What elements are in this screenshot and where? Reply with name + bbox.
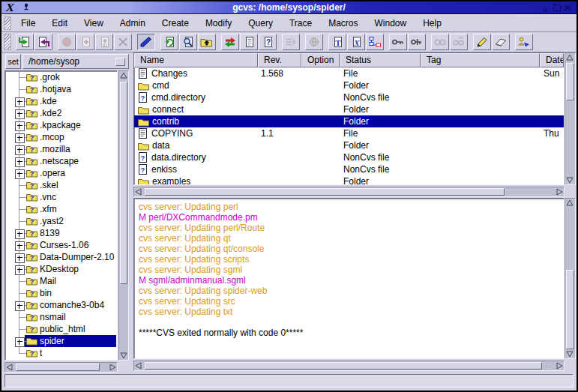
tree-item--skel[interactable]: ?.skel bbox=[5, 179, 117, 191]
tree-expander-plus-icon[interactable] bbox=[15, 337, 25, 347]
add-button[interactable] bbox=[76, 34, 94, 50]
tree-item-public-html[interactable]: ?public_html bbox=[5, 323, 117, 335]
tree-expander-plus-icon[interactable] bbox=[15, 169, 25, 179]
tree-hscrollbar-thumb[interactable] bbox=[16, 364, 100, 371]
graph-button[interactable] bbox=[366, 34, 384, 50]
scroll-up-icon[interactable] bbox=[565, 199, 574, 208]
tree-item--kde[interactable]: ?.kde bbox=[5, 95, 117, 107]
tree-item-mail[interactable]: ?Mail bbox=[5, 275, 117, 287]
console-vscrollbar[interactable] bbox=[565, 198, 576, 359]
remove-button[interactable] bbox=[114, 34, 132, 50]
scroll-up-icon[interactable] bbox=[565, 53, 574, 62]
tree-expander-plus-icon[interactable] bbox=[15, 301, 25, 311]
file-list-vscrollbar-thumb[interactable] bbox=[566, 63, 574, 100]
menu-item-query[interactable]: Query bbox=[240, 16, 281, 31]
tree-item-comanche3-0b4[interactable]: ?comanche3-0b4 bbox=[5, 299, 117, 311]
menu-item-trace[interactable]: Trace bbox=[281, 16, 320, 31]
column-header-tag[interactable]: Tag bbox=[421, 53, 540, 67]
tree-vscrollbar-thumb[interactable] bbox=[120, 82, 127, 284]
file-row-cmd-directory[interactable]: ?cmd.directoryNonCvs file bbox=[134, 91, 564, 103]
file-list-hscrollbar-thumb[interactable] bbox=[145, 188, 505, 196]
eraser-button[interactable] bbox=[492, 34, 510, 50]
branch-arrows-button[interactable] bbox=[282, 34, 300, 50]
logout-button[interactable] bbox=[408, 34, 426, 50]
login-button[interactable] bbox=[389, 34, 407, 50]
update-button[interactable] bbox=[16, 34, 34, 50]
scroll-down-icon[interactable] bbox=[565, 175, 574, 184]
scroll-left-icon[interactable] bbox=[5, 363, 14, 372]
tree-expander-plus-icon[interactable] bbox=[15, 97, 25, 107]
file-row-cmd[interactable]: cmdFolder bbox=[134, 79, 564, 91]
menu-item-macros[interactable]: Macros bbox=[320, 16, 366, 31]
diff-button[interactable]: X bbox=[347, 34, 365, 50]
minimize-button[interactable] bbox=[542, 4, 551, 12]
tree-item-curses-1-06[interactable]: ?Curses-1.06 bbox=[5, 239, 117, 251]
tree-item-bin[interactable]: ?bin bbox=[5, 287, 117, 299]
file-row-data[interactable]: dataFolder bbox=[134, 139, 564, 151]
tree-item--hotjava[interactable]: ?.hotjava bbox=[5, 83, 117, 95]
edit-pencil-button[interactable] bbox=[473, 34, 491, 50]
title-bar[interactable]: X gcvs: /home/sysop/spider/ bbox=[1, 1, 577, 14]
console-hscrollbar[interactable] bbox=[133, 361, 565, 371]
tree-item--netscape[interactable]: ?.netscape bbox=[5, 155, 117, 167]
tree-item--xfm[interactable]: ?.xfm bbox=[5, 203, 117, 215]
menu-item-file[interactable]: File bbox=[13, 16, 43, 31]
file-list-vscrollbar[interactable] bbox=[565, 52, 576, 185]
column-header-rev[interactable]: Rev. bbox=[258, 53, 301, 67]
file-row-changes[interactable]: Changes1.568FileSun bbox=[134, 67, 564, 79]
scroll-down-icon[interactable] bbox=[565, 349, 574, 358]
menubar-grip-handle[interactable] bbox=[4, 16, 11, 30]
set-button[interactable]: set bbox=[5, 54, 21, 69]
annotate-button[interactable]: T bbox=[328, 34, 346, 50]
tree-item-8139[interactable]: ?8139 bbox=[5, 227, 117, 239]
file-list-hscrollbar[interactable] bbox=[133, 187, 565, 197]
menu-item-help[interactable]: Help bbox=[415, 16, 450, 31]
tree-expander-plus-icon[interactable] bbox=[15, 133, 25, 143]
tree-item--kpackage[interactable]: ?.kpackage bbox=[5, 119, 117, 131]
scroll-right-icon[interactable] bbox=[108, 363, 117, 372]
refresh-button[interactable] bbox=[160, 34, 178, 50]
menu-item-window[interactable]: Window bbox=[366, 16, 415, 31]
commit-button[interactable] bbox=[34, 34, 52, 50]
network-button[interactable] bbox=[305, 34, 323, 50]
tree-item--kde2[interactable]: ?.kde2 bbox=[5, 107, 117, 119]
tree-item-spider[interactable]: spider bbox=[5, 335, 117, 347]
cvs-output-panel[interactable]: cvs server: Updating perlM perl/DXComman… bbox=[133, 198, 565, 359]
scroll-left-icon[interactable] bbox=[134, 187, 143, 196]
column-header-option[interactable]: Option bbox=[301, 53, 340, 67]
column-header-date[interactable]: Date bbox=[540, 53, 564, 67]
column-header-name[interactable]: Name bbox=[134, 53, 258, 67]
log-button[interactable] bbox=[240, 34, 258, 50]
binoculars-button[interactable] bbox=[431, 34, 449, 50]
tree-item-data-dumper-2-10[interactable]: ?Data-Dumper-2.10 bbox=[5, 251, 117, 263]
tree-expander-plus-icon[interactable] bbox=[15, 253, 25, 263]
blue-pen-button[interactable] bbox=[137, 34, 155, 50]
menu-item-modify[interactable]: Modify bbox=[197, 16, 240, 31]
tree-item--yast2[interactable]: ?.yast2 bbox=[5, 215, 117, 227]
tree-expander-plus-icon[interactable] bbox=[15, 241, 25, 251]
scroll-down-icon[interactable] bbox=[119, 351, 128, 360]
add-binary-button[interactable]: 01 bbox=[95, 34, 113, 50]
reload-button[interactable] bbox=[221, 34, 239, 50]
file-row-connect[interactable]: connectFolder bbox=[134, 103, 564, 115]
file-row-enkiss[interactable]: ?enkissNonCvs file bbox=[134, 163, 564, 175]
tree-item-kdesktop[interactable]: ?KDesktop bbox=[5, 263, 117, 275]
tree-item--opera[interactable]: ?.opera bbox=[5, 167, 117, 179]
tree-expander-plus-icon[interactable] bbox=[15, 157, 25, 167]
console-hscrollbar-thumb[interactable] bbox=[145, 362, 542, 370]
maximize-button[interactable] bbox=[553, 4, 562, 12]
combo-dropdown-icon[interactable] bbox=[115, 58, 125, 66]
tree-hscrollbar[interactable] bbox=[4, 362, 118, 373]
tree-expander-plus-icon[interactable] bbox=[15, 121, 25, 131]
scroll-right-icon[interactable] bbox=[555, 361, 564, 370]
tree-expander-plus-icon[interactable] bbox=[15, 265, 25, 275]
tree-item-nsmail[interactable]: ?nsmail bbox=[5, 311, 117, 323]
scroll-right-icon[interactable] bbox=[555, 187, 564, 196]
watch-button[interactable] bbox=[515, 34, 533, 50]
file-row-copying[interactable]: COPYING1.1FileThu bbox=[134, 127, 564, 139]
tree-item--mozilla[interactable]: ?.mozilla bbox=[5, 143, 117, 155]
file-row-contrib[interactable]: contribFolder bbox=[134, 115, 564, 127]
tree-expander-plus-icon[interactable] bbox=[15, 109, 25, 119]
tree-expander-plus-icon[interactable] bbox=[15, 229, 25, 239]
close-button[interactable] bbox=[563, 4, 572, 12]
